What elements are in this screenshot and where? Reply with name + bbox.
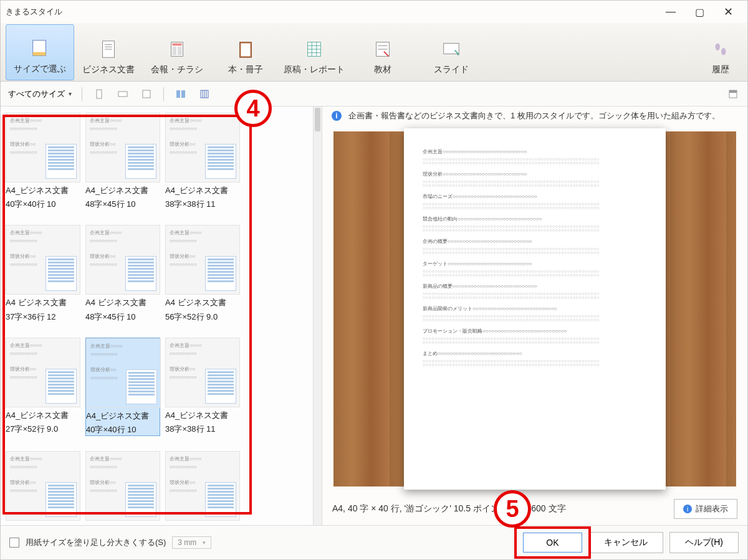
ribbon-slide[interactable]: スライド (417, 24, 486, 80)
style-thumbnail[interactable]: 企画主旨○○○○○○○○○○○○○現状分析○○○○○○○○○○○A4 ビジネス文… (85, 225, 160, 322)
scrollbar-thumb[interactable] (315, 108, 320, 131)
preview-body-line: ○○○○○○○○○○○○○○○○○○○○○○○○○○○○○○○○○○○○○○○○… (423, 228, 647, 232)
layout-b-button[interactable] (194, 85, 215, 103)
svg-text:i: i (335, 112, 337, 120)
preview-heading: プロモーション・販売戦略○○○○○○○○○○○○○○○○○○○○○○○○○○○○ (423, 328, 647, 335)
ribbon-label: 原稿・レポート (284, 64, 345, 75)
ribbon-newsletter[interactable]: 会報・チラシ (143, 24, 211, 80)
ribbon-label: 会報・チラシ (151, 64, 203, 75)
preview-section: ターゲット○○○○○○○○○○○○○○○○○○○○○○○○○○○○○○○○○○○… (423, 260, 647, 277)
spec-row: A4, 40 字 × 40 行, '游ゴシック' 10.5 ポイント, 約 1,… (322, 493, 747, 525)
svg-rect-26 (118, 92, 127, 97)
cancel-button[interactable]: キャンセル (588, 532, 663, 553)
style-thumbnail[interactable]: 企画主旨○○○○○○○○○○○○○現状分析○○○○○○○○○○○A4 ビジネス文… (165, 225, 240, 322)
preview-body-line: ○○○○○○○○○○○○○○○○○○○○○○○○○○○○○○○○○○○○○○○○… (423, 273, 647, 277)
svg-point-24 (721, 48, 726, 55)
ribbon-size[interactable]: サイズで選ぶ (6, 24, 74, 80)
thumbnail-title: A4 ビジネス文書 (85, 297, 160, 308)
details-label: 詳細表示 (696, 503, 728, 515)
layout-a-button[interactable] (170, 85, 191, 103)
preview-body-line: ○○○○○○○○○○○○○○○○○○○○○○○○○○○○○○○○○○○○○○○○… (423, 161, 647, 164)
style-thumbnail[interactable]: 企画主旨○○○○○○○○○○○○○現状分析○○○○○○○○○○○ (6, 451, 80, 521)
bleed-value: 3 mm (178, 538, 196, 547)
svg-rect-8 (172, 47, 176, 55)
svg-rect-27 (143, 90, 150, 98)
svg-rect-29 (181, 90, 185, 98)
style-thumbnail[interactable]: 企画主旨○○○○○○○○○○○○○現状分析○○○○○○○○○○○A4_ビジネス文… (6, 338, 80, 436)
ribbon-label: ビジネス文書 (82, 64, 135, 75)
style-thumbnail[interactable]: 企画主旨○○○○○○○○○○○○○現状分析○○○○○○○○○○○A4_ビジネス文… (85, 338, 160, 436)
thumbnail-preview: 企画主旨○○○○○○○○○○○○○現状分析○○○○○○○○○○○ (6, 113, 80, 183)
svg-point-23 (716, 43, 721, 50)
close-button[interactable]: ✕ (714, 2, 742, 22)
ribbon-business[interactable]: ビジネス文書 (74, 24, 143, 80)
bleed-checkbox[interactable] (9, 538, 19, 548)
preview-section: プロモーション・販売戦略○○○○○○○○○○○○○○○○○○○○○○○○○○○○… (423, 328, 647, 344)
spec-text: A4, 40 字 × 40 行, '游ゴシック' 10.5 ポイント, 約 1,… (332, 503, 566, 515)
bleed-select[interactable]: 3 mm ▾ (172, 536, 211, 549)
preview-body-line: ○○○○○○○○○○○○○○○○○○○○○○○○○○○○○○○○○○○○○○○○… (423, 250, 647, 254)
svg-rect-25 (97, 90, 102, 98)
preview-document: 企画主旨○○○○○○○○○○○○○○○○○○○○○○○○○○○○○○○○○○○○… (404, 128, 666, 490)
ribbon-history[interactable]: 履歴 (699, 24, 742, 80)
ribbon-report[interactable]: 原稿・レポート (280, 24, 348, 80)
filter-toolbar: すべてのサイズ ▾ (1, 82, 747, 107)
main-area: 企画主旨○○○○○○○○○○○○○現状分析○○○○○○○○○○○A4_ビジネス文… (1, 107, 747, 525)
thumbnail-preview: 企画主旨○○○○○○○○○○○○○現状分析○○○○○○○○○○○ (6, 225, 80, 295)
thumbnail-title: A4_ビジネス文書 (6, 410, 80, 421)
details-button[interactable]: i 詳細表示 (674, 499, 737, 519)
preview-area: 企画主旨○○○○○○○○○○○○○○○○○○○○○○○○○○○○○○○○○○○○… (322, 125, 747, 493)
ribbon-book[interactable]: 本・冊子 (211, 24, 280, 80)
ribbon-label: 本・冊子 (228, 64, 263, 75)
thumbnail-preview: 企画主旨○○○○○○○○○○○○○現状分析○○○○○○○○○○○ (165, 113, 240, 183)
preview-section: 競合他社の動向○○○○○○○○○○○○○○○○○○○○○○○○○○○○○○○○○… (423, 216, 647, 232)
thumbnail-title: A4_ビジネス文書 (165, 410, 240, 421)
size-filter-dropdown[interactable]: すべてのサイズ ▾ (4, 87, 75, 101)
preview-section: まとめ○○○○○○○○○○○○○○○○○○○○○○○○○○○○○○○○○○○○○… (423, 350, 647, 366)
svg-rect-28 (176, 90, 180, 98)
orientation-landscape-button[interactable] (112, 85, 133, 103)
info-icon: i (683, 505, 692, 513)
orientation-any-button[interactable] (136, 85, 157, 103)
style-thumbnail[interactable]: 企画主旨○○○○○○○○○○○○○現状分析○○○○○○○○○○○A4 ビジネス文… (6, 225, 80, 322)
style-thumbnail[interactable]: 企画主旨○○○○○○○○○○○○○現状分析○○○○○○○○○○○ (85, 451, 160, 521)
style-thumbnail[interactable]: 企画主旨○○○○○○○○○○○○○現状分析○○○○○○○○○○○A4_ビジネス文… (85, 113, 160, 210)
style-thumbnail[interactable]: 企画主旨○○○○○○○○○○○○○現状分析○○○○○○○○○○○A4_ビジネス文… (165, 113, 240, 210)
orientation-portrait-button[interactable] (89, 85, 110, 103)
preview-section: 企画の概要○○○○○○○○○○○○○○○○○○○○○○○○○○○○○○○○○○○… (423, 238, 647, 254)
toolbar-extra-button[interactable] (722, 85, 744, 103)
maximize-button[interactable]: ▢ (685, 2, 714, 22)
preview-heading: まとめ○○○○○○○○○○○○○○○○○○○○○○○○○○○○ (423, 350, 647, 357)
preview-section: 企画主旨○○○○○○○○○○○○○○○○○○○○○○○○○○○○○○○○○○○○… (423, 148, 647, 164)
gallery-scrollbar[interactable] (313, 107, 322, 525)
chevron-down-icon: ▾ (69, 90, 72, 97)
thumbnail-preview: 企画主旨○○○○○○○○○○○○○現状分析○○○○○○○○○○○ (6, 338, 80, 407)
chevron-down-icon: ▾ (203, 539, 206, 546)
ribbon-teaching[interactable]: 教材 (348, 24, 417, 80)
preview-heading: 現状分析○○○○○○○○○○○○○○○○○○○○○○○○○○○○ (423, 171, 647, 178)
size-filter-label: すべてのサイズ (8, 88, 65, 100)
ribbon-label: スライド (434, 64, 469, 75)
thumbnail-subtitle: 37字×36行 12 (6, 311, 80, 323)
description-text: 企画書・報告書などのビジネス文書向きで、1 枚用のスタイルです。ゴシック体を用い… (348, 110, 720, 121)
style-thumbnail[interactable]: 企画主旨○○○○○○○○○○○○○現状分析○○○○○○○○○○○A4_ビジネス文… (165, 338, 240, 436)
thumbnail-title: A4_ビジネス文書 (85, 185, 160, 196)
thumbnail-subtitle: 40字×40行 10 (86, 424, 160, 435)
preview-section: 新商品開発のメリット○○○○○○○○○○○○○○○○○○○○○○○○○○○○○○… (423, 305, 647, 321)
gallery-pane: 企画主旨○○○○○○○○○○○○○現状分析○○○○○○○○○○○A4_ビジネス文… (1, 107, 322, 525)
style-thumbnail[interactable]: 企画主旨○○○○○○○○○○○○○現状分析○○○○○○○○○○○A4_ビジネス文… (6, 113, 80, 210)
footsteps-icon (709, 38, 732, 60)
style-thumbnail[interactable]: 企画主旨○○○○○○○○○○○○○現状分析○○○○○○○○○○○ (165, 451, 240, 521)
svg-rect-35 (729, 90, 737, 93)
thumbnail-subtitle: 38字×38行 11 (165, 424, 240, 435)
minimize-button[interactable]: ― (656, 2, 685, 22)
help-button[interactable]: ヘルプ(H) (669, 532, 739, 553)
footer: 用紙サイズを塗り足し分大きくする(S) 3 mm ▾ OK キャンセル ヘルプ(… (1, 525, 747, 559)
thumbnail-subtitle: 40字×40行 10 (6, 199, 80, 210)
preview-section: 現状分析○○○○○○○○○○○○○○○○○○○○○○○○○○○○○○○○○○○○… (423, 171, 647, 187)
svg-rect-9 (178, 47, 182, 55)
category-ribbon: サイズで選ぶ ビジネス文書 会報・チラシ 本・冊子 原稿・レポート (1, 23, 747, 82)
ribbon-label: サイズで選ぶ (14, 64, 66, 75)
ok-button[interactable]: OK (523, 533, 582, 553)
preview-body-line: ○○○○○○○○○○○○○○○○○○○○○○○○○○○○○○○○○○○○○○○○… (423, 340, 647, 344)
